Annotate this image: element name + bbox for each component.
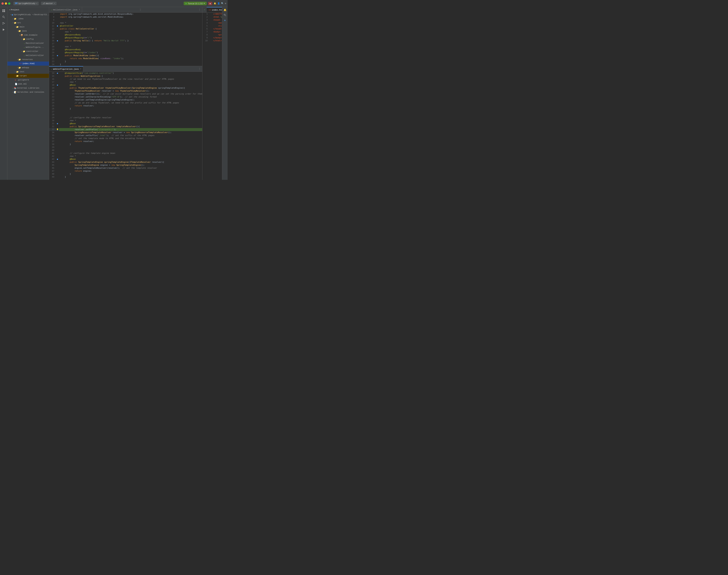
- code-line: 15 public class WebConfiguration {: [49, 75, 202, 78]
- idea-folder[interactable]: ▸ 📁 .idea: [7, 17, 49, 21]
- code-line: 17 new *: [49, 81, 202, 83]
- code-line: 10 new *: [49, 22, 202, 25]
- code-line: 34 SpringResourceTemplateResolver resolv…: [49, 131, 202, 134]
- code-line: 21 ● public ModelAndView index(){: [49, 54, 202, 57]
- right-notifications-icon[interactable]: 🔔: [223, 8, 227, 12]
- traffic-lights: [1, 2, 10, 5]
- tab-hello-controller[interactable]: ☕ HelloController.java ×: [49, 7, 82, 12]
- code-line: 21 resolver.setOrder(1); // it can exist…: [49, 93, 202, 96]
- editor-options-icon-2[interactable]: ⋮: [199, 67, 201, 70]
- gitignore-file[interactable]: ⊙ .gitignore: [7, 78, 49, 82]
- code-line: 30 new *: [49, 119, 202, 122]
- gutter-run[interactable]: ●: [57, 25, 58, 27]
- java-folder[interactable]: ▾ 📁 java: [7, 29, 49, 33]
- gutter-run-4[interactable]: ●: [57, 72, 58, 75]
- code-line: 39: [49, 146, 202, 149]
- right-activity-bar: 🔔 🔌 m 👤: [222, 7, 228, 180]
- web-config-tab-bar: ☕ WebConfiguration.java × ⋮: [49, 66, 202, 72]
- webapp-folder[interactable]: ▾ 📁 webapp: [7, 66, 49, 70]
- editor-options-icon[interactable]: ⋮: [199, 8, 201, 11]
- config-folder[interactable]: ▾ 📁 config: [7, 37, 49, 41]
- index-html[interactable]: <> index.html: [7, 62, 49, 66]
- run-debug-button[interactable]: [1, 27, 7, 33]
- tab-index-html[interactable]: <> index.html ×: [207, 7, 222, 12]
- gutter-run-5[interactable]: ●: [57, 83, 58, 87]
- svg-point-8: [4, 23, 5, 24]
- run-button[interactable]: ▶ Tomcat 10.1.232 ▾: [184, 2, 206, 5]
- code-line: 15 @RequestMapping(©="/"): [49, 36, 202, 39]
- git-button[interactable]: [1, 21, 7, 26]
- project-root[interactable]: ▾ ▣ SpringMVCStudy ~/Desktop/CS...: [7, 12, 49, 17]
- controller-folder[interactable]: ▾ 📁 controller: [7, 49, 49, 54]
- code-line: 49 }: [49, 175, 202, 178]
- code-line: 17: [49, 42, 202, 45]
- code-line: 14 ● @ComponentScan("com.example.control…: [49, 72, 202, 75]
- project-view-button[interactable]: [1, 8, 7, 14]
- settings-icon[interactable]: ⚙: [225, 2, 226, 5]
- code-line: 48 }: [49, 173, 202, 175]
- hello-controller-editor[interactable]: 7 import org.springframework.web.bind.an…: [49, 12, 202, 66]
- sidebar-header: ▾ Project: [7, 7, 49, 12]
- index-html-tab-bar: ✓ <> index.html × ⋮: [202, 7, 222, 12]
- svg-rect-1: [4, 9, 5, 10]
- resources-folder[interactable]: ▾ 📁 resources: [7, 58, 49, 62]
- external-libraries[interactable]: ▸ 📚 External Libraries: [7, 86, 49, 90]
- svg-marker-9: [3, 29, 5, 31]
- test-folder[interactable]: ▸ 📁 test: [7, 70, 49, 74]
- code-line: 44 public SpringTemplateEngine springTem…: [49, 161, 202, 164]
- code-line: 12 public class HelloController {: [49, 27, 202, 30]
- code-line: 27: [49, 110, 202, 113]
- stop-button[interactable]: ■: [208, 2, 212, 5]
- hello-controller[interactable]: ☕ HelloController: [7, 54, 49, 58]
- code-line: 23 }: [49, 60, 202, 63]
- maximize-button[interactable]: [8, 2, 10, 5]
- pom-xml[interactable]: 📄 pom.xml: [7, 82, 49, 86]
- code-line: 18 new *: [49, 45, 202, 48]
- svg-rect-3: [4, 11, 5, 12]
- project-title[interactable]: SM SpringMVCStudy ▾: [13, 2, 39, 5]
- editor-area: ☕ HelloController.java × ⋮ ⋮ 7: [49, 7, 222, 180]
- code-line: 45 SpringTemplateEngine engine = new Spr…: [49, 164, 202, 167]
- src-folder[interactable]: ▾ 📁 src: [7, 21, 49, 25]
- code-line: 8 <p> welcome to the mvc </p>: [202, 33, 222, 36]
- code-line: 13 new *: [49, 30, 202, 33]
- web-configuration[interactable]: ☕ WebConfigura...: [7, 45, 49, 49]
- project-tree: ▾ ▣ SpringMVCStudy ~/Desktop/CS... ▸ 📁 .…: [7, 12, 49, 180]
- web-config-editor[interactable]: 14 ● @ComponentScan("com.example.control…: [49, 72, 202, 180]
- target-folder[interactable]: ▸ 📁 target: [7, 74, 49, 78]
- svg-rect-0: [2, 9, 3, 10]
- close-button[interactable]: [1, 2, 4, 5]
- gutter-run-6[interactable]: ●: [57, 122, 58, 125]
- minimize-button[interactable]: [5, 2, 7, 5]
- search-button[interactable]: [1, 14, 7, 20]
- code-line: 22 resolver.setCharacterEncoding("UTF-8"…: [49, 96, 202, 98]
- gutter-warning[interactable]: 💡: [56, 128, 59, 131]
- code-line: 24 }: [49, 63, 202, 66]
- com-example-package[interactable]: ▾ 📦 com.example: [7, 33, 49, 37]
- code-line: 19 public ThymeleafViewResolver thymelea…: [49, 87, 202, 90]
- activity-bar: m 🔨 ↻ ▶ ···: [0, 7, 7, 180]
- account-icon[interactable]: 👤: [217, 2, 220, 5]
- svg-line-5: [4, 18, 5, 19]
- svg-point-7: [3, 24, 3, 25]
- index-html-editor[interactable]: 1 <!DOCTYPE html> 2 <html lang="en"> 3 <…: [202, 12, 222, 180]
- scratches-consoles[interactable]: ▸ 📝 Scratches and Consoles: [7, 90, 49, 94]
- main-folder[interactable]: ▾ 📁 main: [7, 25, 49, 29]
- code-line: 41 // configure the template engine bean: [49, 152, 202, 155]
- right-maven-icon[interactable]: m: [223, 18, 227, 23]
- index-html-pane: ✓ <> index.html × ⋮ 1 <!DOCTYPE: [202, 7, 222, 180]
- gutter-run-7[interactable]: ●: [57, 158, 58, 161]
- tab-web-configuration[interactable]: ☕ WebConfiguration.java ×: [49, 66, 83, 72]
- code-line: 24 // as we are using Thymeleaf, we need…: [49, 101, 202, 104]
- code-line: 7 <body>: [202, 30, 222, 33]
- search-icon[interactable]: 🔍: [221, 2, 224, 5]
- code-line: 16 // we need to use ThymeleafViewResolv…: [49, 78, 202, 81]
- branch-selector[interactable]: ⎇ master ▾: [41, 2, 56, 5]
- gutter-run-3[interactable]: ●: [57, 54, 58, 57]
- notifications-icon[interactable]: 🔔: [214, 2, 216, 5]
- gutter-run-2[interactable]: ●: [57, 39, 58, 42]
- right-plugin-icon[interactable]: 🔌: [223, 13, 227, 18]
- main-initializer[interactable]: ☕ MainInitializer: [7, 41, 49, 45]
- svg-point-4: [3, 16, 4, 18]
- code-line: 43 ● @Bean: [49, 158, 202, 161]
